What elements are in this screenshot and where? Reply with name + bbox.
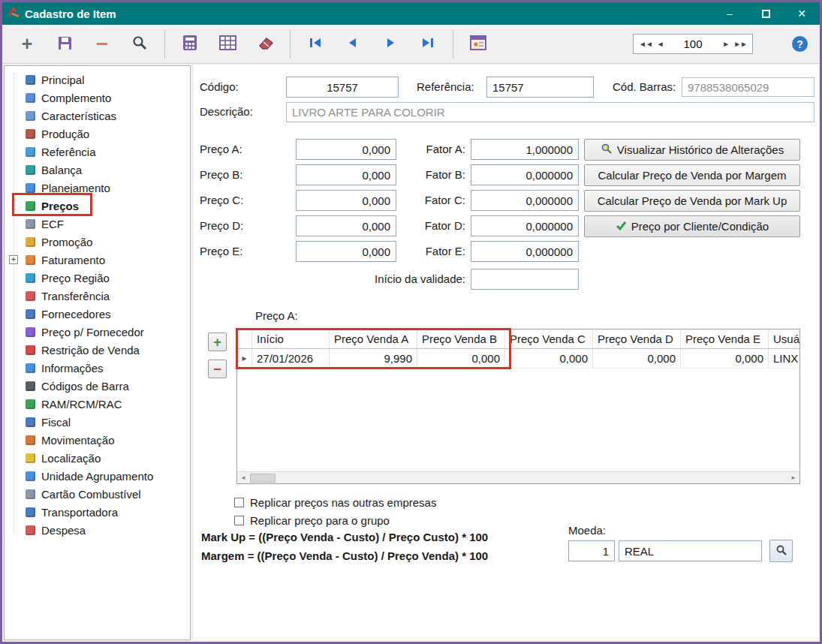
visualizar-historico-button[interactable]: Visualizar Histórico de Alterações	[584, 139, 800, 161]
fator-b-input[interactable]	[471, 164, 579, 185]
first-record-button[interactable]	[303, 32, 328, 57]
sidebar-item-despesa[interactable]: Despesa	[5, 521, 190, 539]
sidebar-item-transferencia[interactable]: Transferência	[5, 287, 190, 305]
margem-formula-text: Margem = ((Preço Venda - Custo) / Preço …	[201, 549, 488, 562]
search-button[interactable]	[127, 32, 152, 57]
add-record-button[interactable]: +	[14, 32, 40, 57]
clear-button[interactable]	[252, 32, 278, 57]
previous-record-button[interactable]	[340, 32, 366, 57]
spinner-next-icon[interactable]: ►	[720, 40, 731, 48]
report-button[interactable]	[465, 32, 491, 57]
column-header-preco-venda-c[interactable]: Preço Venda C	[505, 330, 593, 348]
close-button[interactable]: ✕	[784, 2, 820, 25]
fator-c-input[interactable]	[471, 190, 579, 211]
ecf-icon	[26, 219, 35, 229]
next-record-button[interactable]	[378, 32, 403, 57]
sidebar-item-preco-regiao[interactable]: Preço Região	[5, 269, 190, 287]
informacoes-icon	[26, 363, 35, 373]
preco-a-input[interactable]	[296, 139, 396, 160]
sidebar-item-caracteristicas[interactable]: Características	[5, 107, 190, 125]
sidebar-item-ecf[interactable]: ECF	[5, 215, 190, 233]
sidebar-item-fornecedores[interactable]: Fornecedores	[5, 305, 190, 323]
sidebar-item-preco-p-fornecedor[interactable]: Preço p/ Fornecedor	[5, 323, 190, 341]
scroll-right-icon[interactable]: ►	[787, 474, 799, 481]
preco-e-input[interactable]	[296, 241, 396, 262]
cod-barras-input[interactable]	[682, 77, 814, 97]
sidebar-item-balanca[interactable]: Balança	[5, 161, 190, 179]
calcular-preco-margem-button[interactable]: Calcular Preço de Venda por Margem	[584, 164, 800, 186]
sidebar-item-producao[interactable]: Produção	[5, 125, 190, 143]
sidebar-item-cartao-combustivel[interactable]: Cartão Combustível	[5, 485, 190, 503]
replicar-empresas-option[interactable]: Replicar preços nas outras empresas	[234, 495, 436, 509]
plus-icon: +	[22, 35, 33, 53]
sidebar-item-promocao[interactable]: Promoção	[5, 233, 190, 251]
last-record-button[interactable]	[415, 32, 441, 57]
column-header-usuario[interactable]: Usuá	[769, 330, 799, 348]
scrollbar-thumb[interactable]	[250, 474, 276, 483]
grid-view-button[interactable]	[215, 32, 240, 57]
replicar-grupo-option[interactable]: Replicar preço para o grupo	[234, 513, 390, 527]
sidebar: Principal Complemento Características Pr…	[4, 65, 191, 640]
delete-record-button[interactable]: −	[89, 32, 115, 57]
fator-e-label: Fator E:	[411, 241, 465, 262]
sidebar-item-codigos-de-barra[interactable]: Códigos de Barra	[5, 377, 190, 395]
moeda-nome-input[interactable]	[619, 540, 762, 561]
preco-c-input[interactable]	[296, 190, 396, 211]
calcular-preco-markup-button[interactable]: Calcular Preço de Venda por Mark Up	[584, 190, 800, 212]
replicar-empresas-checkbox[interactable]	[234, 498, 244, 507]
maximize-button[interactable]	[748, 2, 784, 25]
sidebar-item-unidade-agrupamento[interactable]: Unidade Agrupamento	[5, 467, 190, 485]
column-header-preco-venda-d[interactable]: Preço Venda D	[593, 330, 681, 348]
spinner-first-icon[interactable]: ◄◄	[637, 40, 655, 48]
minimize-button[interactable]: –	[712, 2, 748, 25]
preco-por-cliente-button[interactable]: Preço por Cliente/Condição	[584, 215, 800, 237]
record-number-value[interactable]: 100	[666, 38, 721, 50]
spinner-last-icon[interactable]: ►►	[731, 40, 749, 48]
save-button[interactable]	[52, 32, 77, 57]
fator-d-input[interactable]	[471, 215, 579, 236]
grid-remove-button[interactable]: −	[208, 360, 227, 378]
sidebar-item-principal[interactable]: Principal	[5, 71, 190, 89]
column-header-inicio[interactable]: Início	[252, 330, 330, 348]
expand-icon[interactable]: +	[9, 255, 18, 264]
caracteristicas-icon	[26, 111, 35, 121]
grid-add-button[interactable]: +	[208, 333, 227, 351]
cell-preco-venda-a: 9,990	[330, 349, 417, 368]
sidebar-item-transportadora[interactable]: Transportadora	[5, 503, 190, 521]
help-button[interactable]: ?	[792, 36, 808, 52]
sidebar-item-ram-rcm-rac[interactable]: RAM/RCM/RAC	[5, 395, 190, 413]
spinner-prev-icon[interactable]: ◄	[655, 40, 666, 48]
replicar-grupo-checkbox[interactable]	[234, 516, 244, 525]
sidebar-item-restricao-de-venda[interactable]: Restrição de Venda	[5, 341, 190, 359]
sidebar-item-localizacao[interactable]: Localização	[5, 449, 190, 467]
scroll-left-icon[interactable]: ◄	[237, 474, 249, 481]
sidebar-item-informacoes[interactable]: Informações	[5, 359, 190, 377]
sidebar-item-faturamento[interactable]: +Faturamento	[5, 251, 190, 269]
inicio-validade-input[interactable]	[471, 269, 579, 290]
column-header-preco-venda-a[interactable]: Preço Venda A	[330, 330, 417, 348]
sidebar-item-complemento[interactable]: Complemento	[5, 89, 190, 107]
column-header-preco-venda-e[interactable]: Preço Venda E	[681, 330, 769, 348]
preco-b-input[interactable]	[296, 164, 396, 185]
preco-d-input[interactable]	[296, 215, 396, 236]
sidebar-item-referencia[interactable]: Referência	[5, 143, 190, 161]
fator-a-input[interactable]	[471, 139, 579, 160]
table-row[interactable]: ▸ 27/01/2026 9,990 0,000 0,000 0,000 0,0…	[237, 349, 799, 369]
sidebar-item-precos[interactable]: Preços	[5, 197, 190, 215]
sidebar-item-planejamento[interactable]: Planejamento	[5, 179, 190, 197]
codigo-input[interactable]	[286, 77, 399, 98]
preco-c-label: Preço C:	[200, 190, 243, 211]
sidebar-item-fiscal[interactable]: Fiscal	[5, 413, 190, 431]
column-header-preco-venda-b[interactable]: Preço Venda B	[417, 330, 505, 348]
moeda-codigo-input[interactable]	[568, 540, 615, 561]
price-history-grid: Início Preço Venda A Preço Venda B Preço…	[236, 329, 800, 484]
calculator-button[interactable]	[177, 32, 203, 57]
horizontal-scrollbar[interactable]: ◄ ►	[237, 471, 799, 483]
cell-preco-venda-b: 0,000	[417, 349, 505, 368]
moeda-search-button[interactable]	[769, 540, 793, 562]
fator-e-input[interactable]	[471, 241, 579, 262]
descricao-input[interactable]	[286, 102, 814, 122]
sidebar-item-movimentacao[interactable]: Movimentação	[5, 431, 190, 449]
toolbar-separator	[453, 30, 453, 59]
referencia-input[interactable]	[486, 77, 594, 98]
